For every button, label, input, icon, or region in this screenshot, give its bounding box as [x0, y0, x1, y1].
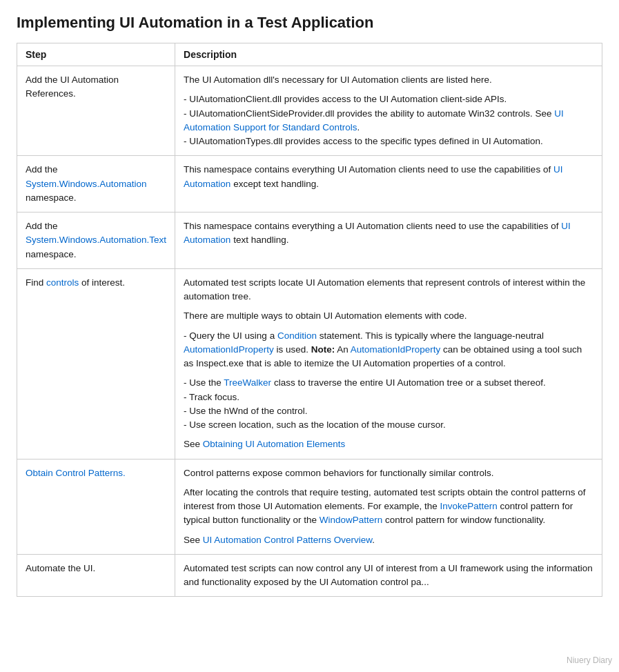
desc-cell-4: Control patterns expose common behaviors…	[175, 459, 602, 554]
step-cell-3: Find controls of interest.	[17, 268, 175, 459]
table-row: Add the System.Windows.Automation.Text n…	[17, 213, 602, 269]
table-row: Obtain Control Patterns.Control patterns…	[17, 459, 602, 554]
table-row: Automate the UI.Automated test scripts c…	[17, 554, 602, 597]
desc-cell-3: Automated test scripts locate UI Automat…	[175, 268, 602, 459]
desc-cell-2: This namespace contains everything a UI …	[175, 213, 602, 269]
step-cell-1: Add the System.Windows.Automation namesp…	[17, 156, 175, 213]
table-row: Add the System.Windows.Automation namesp…	[17, 156, 602, 213]
step-cell-4: Obtain Control Patterns.	[17, 459, 175, 554]
col-header-step: Step	[17, 43, 175, 66]
step-cell-5: Automate the UI.	[17, 554, 175, 597]
step-cell-2: Add the System.Windows.Automation.Text n…	[17, 213, 175, 269]
table-row: Add the UI Automation References.The UI …	[17, 66, 602, 156]
desc-cell-1: This namespace contains everything UI Au…	[175, 156, 602, 213]
desc-cell-5: Automated test scripts can now control a…	[175, 554, 602, 597]
col-header-desc: Description	[175, 43, 602, 66]
table-row: Find controls of interest.Automated test…	[17, 268, 602, 459]
step-cell-0: Add the UI Automation References.	[17, 66, 175, 156]
page-title: Implementing UI Automation in a Test App…	[17, 14, 602, 32]
desc-cell-0: The UI Automation dll's necessary for UI…	[175, 66, 602, 156]
main-table: Step Description Add the UI Automation R…	[17, 43, 602, 597]
